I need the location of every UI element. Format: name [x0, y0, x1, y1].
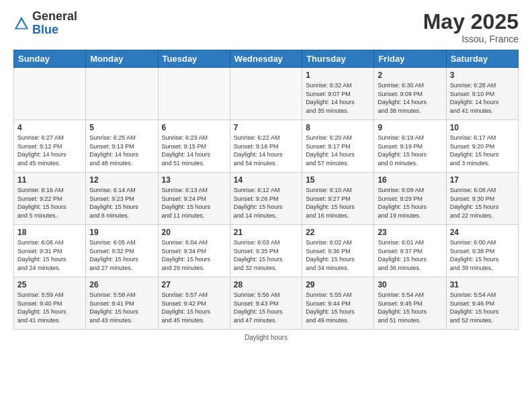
calendar-cell: 7Sunrise: 6:22 AM Sunset: 9:16 PM Daylig… — [230, 120, 302, 173]
calendar-cell: 27Sunrise: 5:57 AM Sunset: 9:42 PM Dayli… — [158, 277, 230, 330]
logo-text: General Blue — [32, 10, 77, 37]
day-info: Sunrise: 6:30 AM Sunset: 9:09 PM Dayligh… — [378, 81, 442, 115]
day-number: 9 — [378, 123, 442, 132]
calendar-cell: 16Sunrise: 6:09 AM Sunset: 9:29 PM Dayli… — [374, 173, 446, 225]
day-number: 13 — [162, 175, 226, 185]
day-number: 24 — [450, 228, 515, 237]
day-info: Sunrise: 6:10 AM Sunset: 9:27 PM Dayligh… — [306, 186, 370, 220]
day-info: Sunrise: 5:58 AM Sunset: 9:41 PM Dayligh… — [89, 291, 154, 324]
calendar-cell: 26Sunrise: 5:58 AM Sunset: 9:41 PM Dayli… — [86, 277, 158, 330]
day-info: Sunrise: 6:03 AM Sunset: 9:35 PM Dayligh… — [234, 238, 298, 272]
calendar-cell — [230, 68, 302, 120]
daylight-label: Daylight hours — [245, 334, 287, 341]
day-number: 16 — [378, 175, 442, 185]
calendar-cell: 30Sunrise: 5:54 AM Sunset: 9:45 PM Dayli… — [374, 277, 446, 330]
calendar-cell: 5Sunrise: 6:25 AM Sunset: 9:13 PM Daylig… — [86, 120, 158, 173]
day-number: 6 — [162, 123, 226, 132]
calendar-cell: 8Sunrise: 6:20 AM Sunset: 9:17 PM Daylig… — [302, 120, 374, 173]
calendar-cell: 22Sunrise: 6:02 AM Sunset: 9:36 PM Dayli… — [302, 225, 374, 277]
location: Issou, France — [423, 34, 519, 44]
day-number: 17 — [450, 175, 515, 185]
calendar-cell — [158, 68, 230, 120]
calendar-cell: 13Sunrise: 6:13 AM Sunset: 9:24 PM Dayli… — [158, 173, 230, 225]
day-number: 25 — [17, 280, 82, 289]
day-info: Sunrise: 5:54 AM Sunset: 9:46 PM Dayligh… — [450, 291, 515, 324]
calendar-week-row: 11Sunrise: 6:16 AM Sunset: 9:22 PM Dayli… — [14, 173, 519, 225]
calendar-cell: 3Sunrise: 6:28 AM Sunset: 9:10 PM Daylig… — [446, 68, 518, 120]
calendar-cell: 21Sunrise: 6:03 AM Sunset: 9:35 PM Dayli… — [230, 225, 302, 277]
day-info: Sunrise: 5:54 AM Sunset: 9:45 PM Dayligh… — [378, 291, 442, 324]
day-info: Sunrise: 6:02 AM Sunset: 9:36 PM Dayligh… — [306, 238, 370, 272]
day-info: Sunrise: 6:23 AM Sunset: 9:15 PM Dayligh… — [162, 134, 226, 167]
day-number: 20 — [162, 228, 226, 237]
day-info: Sunrise: 6:17 AM Sunset: 9:20 PM Dayligh… — [450, 134, 515, 167]
day-info: Sunrise: 6:01 AM Sunset: 9:37 PM Dayligh… — [378, 238, 442, 272]
day-info: Sunrise: 5:55 AM Sunset: 9:44 PM Dayligh… — [306, 291, 370, 324]
day-number: 7 — [234, 123, 298, 132]
day-info: Sunrise: 6:12 AM Sunset: 9:26 PM Dayligh… — [234, 186, 298, 220]
day-info: Sunrise: 6:25 AM Sunset: 9:13 PM Dayligh… — [89, 134, 154, 167]
day-number: 4 — [17, 123, 82, 132]
calendar-day-header: Tuesday — [158, 50, 230, 68]
logo: General Blue — [13, 10, 77, 37]
day-info: Sunrise: 6:13 AM Sunset: 9:24 PM Dayligh… — [162, 186, 226, 220]
calendar-cell: 11Sunrise: 6:16 AM Sunset: 9:22 PM Dayli… — [14, 173, 86, 225]
calendar-cell: 15Sunrise: 6:10 AM Sunset: 9:27 PM Dayli… — [302, 173, 374, 225]
calendar-week-row: 25Sunrise: 5:59 AM Sunset: 9:40 PM Dayli… — [14, 277, 519, 330]
day-number: 23 — [378, 228, 442, 237]
day-number: 10 — [450, 123, 515, 132]
calendar-cell: 6Sunrise: 6:23 AM Sunset: 9:15 PM Daylig… — [158, 120, 230, 173]
calendar-cell: 20Sunrise: 6:04 AM Sunset: 9:34 PM Dayli… — [158, 225, 230, 277]
calendar-cell — [86, 68, 158, 120]
calendar-cell: 1Sunrise: 6:32 AM Sunset: 9:07 PM Daylig… — [302, 68, 374, 120]
calendar-week-row: 1Sunrise: 6:32 AM Sunset: 9:07 PM Daylig… — [14, 68, 519, 120]
day-number: 3 — [450, 71, 515, 80]
calendar-table: SundayMondayTuesdayWednesdayThursdayFrid… — [13, 50, 519, 330]
calendar-day-header: Friday — [374, 50, 446, 68]
month-title: May 2025 — [423, 10, 519, 34]
day-number: 18 — [17, 228, 82, 237]
logo-general-text: General — [32, 9, 77, 23]
logo-icon — [13, 15, 30, 32]
calendar-week-row: 4Sunrise: 6:27 AM Sunset: 9:12 PM Daylig… — [14, 120, 519, 173]
day-info: Sunrise: 6:00 AM Sunset: 9:38 PM Dayligh… — [450, 238, 515, 272]
calendar-cell: 29Sunrise: 5:55 AM Sunset: 9:44 PM Dayli… — [302, 277, 374, 330]
day-info: Sunrise: 6:27 AM Sunset: 9:12 PM Dayligh… — [17, 134, 82, 167]
day-info: Sunrise: 6:19 AM Sunset: 9:19 PM Dayligh… — [378, 134, 442, 167]
calendar-day-header: Sunday — [14, 50, 86, 68]
day-info: Sunrise: 6:14 AM Sunset: 9:23 PM Dayligh… — [89, 186, 154, 220]
calendar-cell: 19Sunrise: 6:05 AM Sunset: 9:32 PM Dayli… — [86, 225, 158, 277]
day-info: Sunrise: 6:16 AM Sunset: 9:22 PM Dayligh… — [17, 186, 82, 220]
calendar-day-header: Saturday — [446, 50, 518, 68]
calendar-day-header: Monday — [86, 50, 158, 68]
day-number: 12 — [89, 175, 154, 185]
logo-blue-text: Blue — [32, 23, 58, 36]
day-info: Sunrise: 6:20 AM Sunset: 9:17 PM Dayligh… — [306, 134, 370, 167]
day-number: 30 — [378, 280, 442, 289]
calendar-day-header: Thursday — [302, 50, 374, 68]
calendar-cell: 10Sunrise: 6:17 AM Sunset: 9:20 PM Dayli… — [446, 120, 518, 173]
calendar-cell: 24Sunrise: 6:00 AM Sunset: 9:38 PM Dayli… — [446, 225, 518, 277]
calendar-day-header: Wednesday — [230, 50, 302, 68]
title-block: May 2025 Issou, France — [423, 10, 519, 44]
calendar-cell: 28Sunrise: 5:56 AM Sunset: 9:43 PM Dayli… — [230, 277, 302, 330]
day-info: Sunrise: 6:32 AM Sunset: 9:07 PM Dayligh… — [306, 81, 370, 115]
day-info: Sunrise: 5:59 AM Sunset: 9:40 PM Dayligh… — [17, 291, 82, 324]
calendar-cell: 12Sunrise: 6:14 AM Sunset: 9:23 PM Dayli… — [86, 173, 158, 225]
day-info: Sunrise: 6:05 AM Sunset: 9:32 PM Dayligh… — [89, 238, 154, 272]
day-info: Sunrise: 6:22 AM Sunset: 9:16 PM Dayligh… — [234, 134, 298, 167]
calendar-cell: 23Sunrise: 6:01 AM Sunset: 9:37 PM Dayli… — [374, 225, 446, 277]
calendar-header-row: SundayMondayTuesdayWednesdayThursdayFrid… — [14, 50, 519, 68]
day-number: 19 — [89, 228, 154, 237]
header: General Blue May 2025 Issou, France — [13, 10, 519, 44]
day-number: 2 — [378, 71, 442, 80]
calendar-cell: 4Sunrise: 6:27 AM Sunset: 9:12 PM Daylig… — [14, 120, 86, 173]
day-number: 15 — [306, 175, 370, 185]
calendar-cell: 18Sunrise: 6:06 AM Sunset: 9:31 PM Dayli… — [14, 225, 86, 277]
day-number: 28 — [234, 280, 298, 289]
day-number: 27 — [162, 280, 226, 289]
day-number: 1 — [306, 71, 370, 80]
day-number: 22 — [306, 228, 370, 237]
day-number: 26 — [89, 280, 154, 289]
day-info: Sunrise: 5:57 AM Sunset: 9:42 PM Dayligh… — [162, 291, 226, 324]
